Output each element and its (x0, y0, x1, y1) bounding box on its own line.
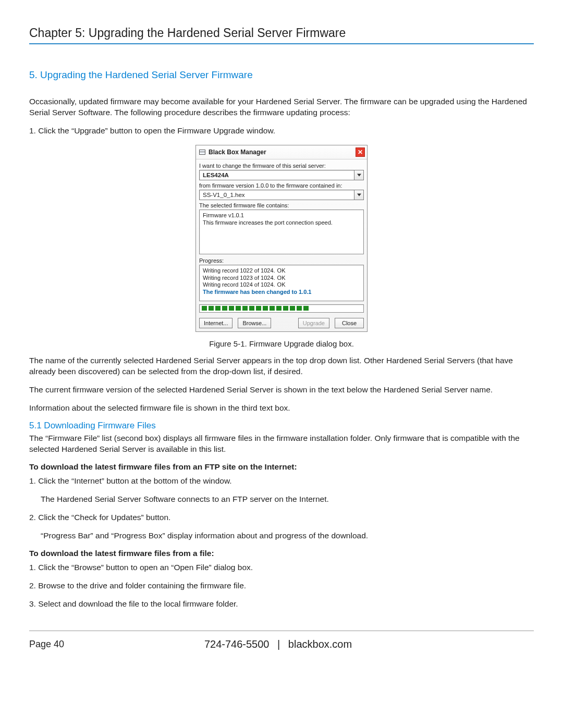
firmware-desc-line: This firmware increases the port connect… (203, 219, 360, 227)
dialog-title: Black Box Manager (209, 149, 356, 156)
progress-line: Writing record 1024 of 1024.OK (203, 281, 360, 289)
file-step-3: 3. Select and download the file to the l… (29, 599, 534, 610)
browse-button[interactable]: Browse... (238, 318, 271, 328)
bold-heading-file: To download the latest firmware files fr… (29, 549, 534, 558)
label-change-firmware: I want to change the firmware of this se… (199, 163, 364, 169)
figure-caption: Figure 5-1. Firmware Upgrade dialog box. (29, 339, 534, 348)
ftp-step-1-note: The Hardened Serial Server Software conn… (41, 494, 534, 505)
dialog-titlebar: Black Box Manager ✕ (196, 145, 367, 159)
step-1: 1. Click the “Upgrade” button to open th… (29, 126, 534, 137)
chapter-title: Chapter 5: Upgrading the Hardened Serial… (29, 26, 534, 40)
upgrade-button[interactable]: Upgrade (298, 318, 329, 328)
internet-button[interactable]: Internet... (199, 318, 232, 328)
footer-site: blackbox.com (288, 638, 352, 650)
progress-line: Writing record 1023 of 1024.OK (203, 275, 360, 282)
dropdown-icon[interactable] (354, 190, 364, 200)
firmware-info-box: Firmware v1.0.1 This firmware increases … (199, 209, 364, 254)
bold-heading-ftp: To download the latest firmware files fr… (29, 462, 534, 472)
svg-marker-1 (357, 193, 361, 196)
progress-box: Writing record 1022 of 1024.OK Writing r… (199, 265, 364, 301)
label-from-version: from firmware version 1.0.0 to the firmw… (199, 182, 364, 189)
divider-top (29, 43, 534, 44)
section-heading: 5. Upgrading the Hardened Serial Server … (29, 69, 534, 81)
paragraph: The “Firmware File” list (second box) di… (29, 433, 534, 455)
file-step-1: 1. Click the “Browse” button to open an … (29, 562, 534, 573)
progress-bar (199, 304, 364, 313)
progress-line: Writing record 1022 of 1024.OK (203, 267, 360, 275)
paragraph: The current firmware version of the sele… (29, 385, 534, 396)
close-button[interactable]: Close (335, 318, 364, 328)
paragraph: Information about the selected firmware … (29, 403, 534, 414)
progress-complete-line: The firmware has been changed to 1.0.1 (203, 289, 360, 296)
footer-phone: 724-746-5500 (204, 638, 270, 650)
ftp-step-2-note: “Progress Bar” and “Progress Box” displa… (41, 530, 534, 541)
page-number: Page 40 (29, 639, 64, 650)
footer-separator: | (277, 638, 280, 650)
ftp-step-1: 1. Click the “Internet” button at the bo… (29, 476, 534, 487)
close-icon[interactable]: ✕ (356, 147, 365, 157)
file-step-2: 2. Browse to the drive and folder contai… (29, 581, 534, 591)
label-progress: Progress: (199, 257, 364, 264)
subsection-heading: 5.1 Downloading Firmware Files (29, 421, 534, 431)
paragraph: The name of the currently selected Harde… (29, 355, 534, 377)
firmware-version-line: Firmware v1.0.1 (203, 212, 360, 219)
server-select[interactable]: LES424A (199, 170, 354, 180)
ftp-step-2: 2. Click the “Check for Updates” button. (29, 512, 534, 523)
firmware-upgrade-dialog: Black Box Manager ✕ I want to change the… (195, 145, 368, 332)
page-footer: Page 40 724-746-5500 | blackbox.com (29, 631, 534, 650)
app-window-icon (199, 150, 205, 155)
svg-marker-0 (357, 174, 361, 176)
intro-paragraph: Occasionally, updated firmware may becom… (29, 96, 534, 118)
label-file-contains: The selected firmware file contains: (199, 202, 364, 208)
dropdown-icon[interactable] (354, 170, 364, 180)
firmware-file-select[interactable]: SS-V1_0_1.hex (199, 190, 354, 200)
